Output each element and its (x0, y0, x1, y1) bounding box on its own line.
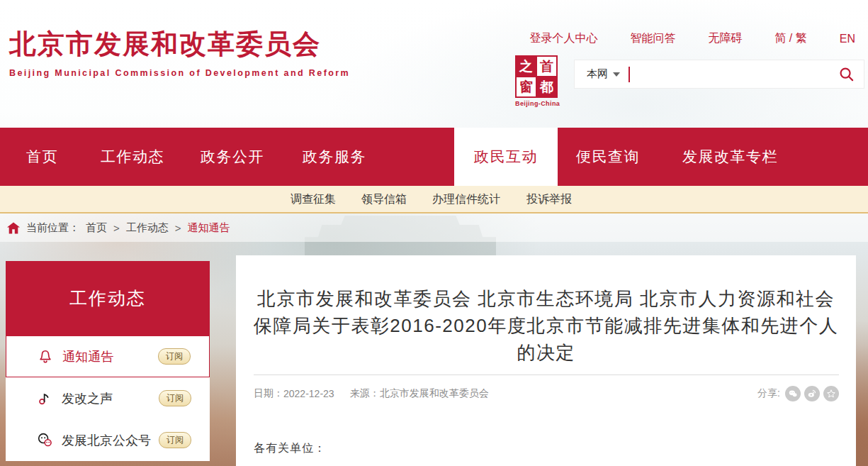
search-button[interactable] (838, 66, 855, 82)
date-label: 日期： (254, 387, 283, 400)
music-note-icon (37, 391, 55, 406)
nav-item-public-interaction[interactable]: 政民互动 (454, 128, 558, 186)
seal-char: 首 (537, 57, 556, 76)
breadcrumb-separator: > (175, 222, 181, 234)
search-scope-dropdown[interactable]: 本网 (587, 67, 620, 81)
weibo-share-icon[interactable] (804, 386, 820, 401)
subnav-item-survey[interactable]: 调查征集 (291, 186, 336, 212)
site-title: 北京市发展和改革委员会 (9, 28, 350, 60)
search-bar: 本网 (574, 60, 864, 89)
breadcrumb-current: 通知通告 (188, 221, 230, 235)
date-value: 2022-12-23 (283, 388, 334, 399)
article-panel: 北京市发展和改革委员会 北京市生态环境局 北京市人力资源和社会保障局关于表彰20… (236, 255, 856, 466)
site-subtitle: Beijing Municipal Commission of Developm… (9, 68, 350, 78)
site-logo[interactable]: 北京市发展和改革委员会 Beijing Municipal Commission… (9, 28, 350, 78)
share-label: 分享: (757, 387, 780, 400)
subnav-item-complaints[interactable]: 投诉举报 (526, 186, 572, 212)
capital-window-logo[interactable]: 之 首 窗 都 Beijing-China (515, 55, 559, 107)
subscribe-button[interactable]: 订阅 (159, 432, 191, 448)
top-link-english[interactable]: EN (840, 33, 855, 45)
sidebar-item-label: 发改之声 (62, 390, 113, 407)
seal-char: 都 (537, 77, 556, 96)
sidebar-item-wechat-account[interactable]: 发展北京公众号 订阅 (6, 419, 210, 461)
source-label: 来源： (350, 387, 380, 400)
sidebar-item-label: 通知通告 (62, 348, 113, 365)
article-meta: 日期： 2022-12-23 来源： 北京市发展和改革委员会 分享: (254, 386, 839, 401)
top-link-accessibility[interactable]: 无障碍 (708, 31, 742, 46)
sidebar-title: 工作动态 (6, 261, 210, 335)
seal-char: 窗 (517, 77, 536, 96)
top-link-smart-qa[interactable]: 智能问答 (630, 31, 675, 46)
nav-item-home[interactable]: 首页 (26, 128, 58, 186)
article-title: 北京市发展和改革委员会 北京市生态环境局 北京市人力资源和社会保障局关于表彰20… (250, 285, 842, 366)
wechat-icon (37, 432, 55, 448)
subnav-item-mail-statistics[interactable]: 办理信件统计 (432, 186, 500, 212)
qzone-share-icon[interactable] (823, 386, 839, 401)
page: 北京市发展和改革委员会 Beijing Municipal Commission… (0, 0, 868, 466)
top-link-login[interactable]: 登录个人中心 (529, 31, 597, 46)
sub-nav: 调查征集 领导信箱 办理信件统计 投诉举报 (0, 186, 868, 213)
top-links: 登录个人中心 智能问答 无障碍 简 / 繁 EN (529, 31, 855, 46)
nav-item-government-affairs[interactable]: 政务公开 (201, 128, 264, 186)
chevron-down-icon (613, 72, 620, 77)
home-icon[interactable] (7, 222, 20, 234)
breadcrumb-home[interactable]: 首页 (86, 221, 107, 235)
seal-char: 之 (517, 57, 536, 76)
subscribe-button[interactable]: 订阅 (158, 348, 191, 365)
nav-item-reform-special[interactable]: 发展改革专栏 (682, 128, 778, 186)
article-salutation: 各有关单位： (254, 441, 326, 456)
main-nav: 首页 工作动态 政务公开 政务服务 政民互动 便民查询 发展改革专栏 (0, 128, 868, 186)
nav-item-government-services[interactable]: 政务服务 (303, 128, 366, 186)
subnav-item-leader-mailbox[interactable]: 领导信箱 (361, 186, 407, 212)
capital-window-seal: 之 首 窗 都 (515, 55, 558, 98)
breadcrumb-label: 当前位置： (26, 221, 79, 235)
search-scope-label: 本网 (587, 67, 608, 81)
sidebar-item-notices[interactable]: 通知通告 订阅 (6, 335, 210, 377)
share-group: 分享: (757, 386, 839, 401)
breadcrumb-separator: > (113, 222, 120, 234)
search-input[interactable] (630, 60, 838, 88)
sidebar-menu: 通知通告 订阅 发改之声 订阅 (6, 335, 210, 461)
sidebar-item-label: 发展北京公众号 (62, 432, 151, 449)
capital-window-caption: Beijing-China (515, 100, 559, 107)
search-icon (838, 66, 855, 82)
nav-item-work-updates[interactable]: 工作动态 (101, 128, 164, 186)
wechat-share-icon[interactable] (785, 386, 801, 401)
divider (254, 375, 839, 375)
breadcrumb: 当前位置： 首页 > 工作动态 > 通知通告 (0, 213, 868, 242)
breadcrumb-work-updates[interactable]: 工作动态 (126, 221, 169, 235)
source-value: 北京市发展和改革委员会 (380, 387, 489, 400)
sidebar-item-voice-of-ndrc[interactable]: 发改之声 订阅 (6, 377, 210, 419)
subscribe-button[interactable]: 订阅 (159, 390, 191, 406)
top-link-simplified-traditional[interactable]: 简 / 繁 (774, 31, 806, 46)
nav-item-convenience-query[interactable]: 便民查询 (576, 128, 640, 186)
bell-icon (38, 349, 56, 365)
